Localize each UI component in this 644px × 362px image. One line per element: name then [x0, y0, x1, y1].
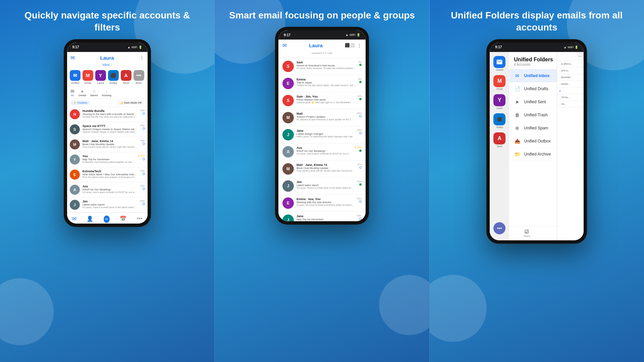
- nav-more[interactable]: •••: [137, 216, 143, 223]
- email-item[interactable]: E ExtremeTech How SSDs Work / Was Our In…: [67, 167, 148, 182]
- email-list-1: H Humble Bundle Journey to the stars wit…: [67, 107, 148, 213]
- filter-all[interactable]: ✉ All: [70, 88, 74, 97]
- phone-frame-1: 9:17 ▲WiFi🔋 ✉ Laura ⋮ Inbox ↓ ✉ Unified: [64, 39, 151, 227]
- panel-3: Unified Folders display emails from all …: [429, 0, 644, 362]
- avatar: A: [70, 185, 80, 195]
- phone-screen-2: 9:17 ▲WiFi🔋 ✉ Laura ⬛⬜ ⋮ Updated 9:17 AM: [278, 30, 366, 221]
- panel2-heading: Smart email focusing on people & groups: [216, 0, 428, 27]
- avatar: A: [282, 146, 294, 158]
- time-1: 9:17: [72, 45, 79, 49]
- avatar: M: [282, 112, 294, 123]
- nav-tasks[interactable]: ☑ Tasks: [524, 229, 530, 238]
- spam-icon: ⊗: [514, 125, 521, 131]
- nav-calendar[interactable]: 📅: [120, 216, 126, 223]
- phone-frame-3: 9:17 ▲WiFi🔋 Unified M: [486, 39, 587, 244]
- time-2: 9:17: [284, 33, 290, 37]
- nav-mail[interactable]: ✉: [72, 216, 76, 223]
- p3-right-panel: 5m ...w afterno... ...and to... ...BlueM…: [557, 52, 584, 240]
- screen-title-1: Laura: [75, 55, 140, 61]
- toggle-icon[interactable]: ⬛⬜: [345, 43, 355, 48]
- p2-title: Laura: [287, 43, 345, 48]
- email-item[interactable]: H Humble Bundle Journey to the stars wit…: [67, 107, 148, 122]
- avatar: H: [70, 109, 80, 119]
- acct-gmail-p3[interactable]: M Gmail: [493, 74, 506, 92]
- archive-icon: 📁: [514, 152, 521, 157]
- special-row-1: ⚡ Clusters 🌙 Dark Mode Off: [67, 99, 148, 107]
- acct-work[interactable]: A Work: [121, 70, 131, 84]
- p2-email-item[interactable]: J Jim Latest sales report Hi Laura, Ther…: [278, 178, 366, 195]
- account-icons-row-1: ✉ Unified M Gmail Y Laura ⬛ Hobby A Wo: [67, 68, 148, 86]
- p2-email-list: S Sam Dinner at Grandma's new house Hi L…: [278, 58, 366, 221]
- sent-icon: ➤: [514, 99, 521, 105]
- bottom-nav-1: ✉ 👤 ✏ 📅 •••: [67, 213, 148, 224]
- filter-incoming[interactable]: ↓ Incoming: [102, 88, 111, 97]
- acct-laura-p3[interactable]: Y Laura: [493, 93, 506, 111]
- p2-email-item[interactable]: S Sam · Jim, You Press release next week…: [278, 92, 366, 109]
- acct-hobby-p3[interactable]: ⬛ Hobby: [493, 112, 506, 130]
- screen-header-1: ✉ Laura ⋮ Inbox ↓: [67, 52, 148, 68]
- email-item[interactable]: Y You Italy Trip for December Hi Besties…: [67, 152, 148, 167]
- avatar: E: [282, 197, 294, 209]
- acct-work-p3[interactable]: A Work: [493, 131, 506, 149]
- email-item[interactable]: M Matt · Jane, Emma +4 Book Club Monthly…: [67, 137, 148, 152]
- avatar: J: [282, 180, 294, 192]
- avatar: S: [282, 95, 294, 106]
- avatar: S: [70, 124, 80, 134]
- p2-header: ✉ Laura ⬛⬜ ⋮ Updated 9:17 AM: [278, 40, 366, 58]
- nav-contacts[interactable]: 👤: [87, 216, 93, 223]
- p2-email-item[interactable]: J Jane Latest design changes Hello Laura…: [278, 126, 366, 143]
- email-item[interactable]: S Space via IFTTT SpaceX Dragon Heads to…: [67, 122, 148, 137]
- p2-updated: Updated 9:17 AM: [282, 51, 362, 56]
- phone-frame-2: 9:17 ▲WiFi🔋 ✉ Laura ⬛⬜ ⋮ Updated 9:17 AM: [275, 27, 369, 225]
- time-3: 9:17: [495, 45, 502, 49]
- drafts-icon: 📄: [514, 86, 521, 92]
- status-bar-3: 9:17 ▲WiFi🔋: [490, 43, 584, 52]
- mail-icon-2: ✉: [282, 42, 287, 49]
- avatar: M: [70, 139, 80, 149]
- acct-hobby[interactable]: ⬛ Hobby: [108, 70, 119, 84]
- acct-laura[interactable]: Y Laura: [95, 70, 106, 84]
- avatar: J: [282, 129, 294, 140]
- p2-email-item[interactable]: M Matt Towson Project Updates Hi, Wanted…: [278, 109, 366, 126]
- acct-gmail[interactable]: M Gmail: [83, 70, 93, 84]
- darkmode-badge[interactable]: 🌙 Dark Mode Off: [117, 101, 144, 105]
- panel-1: Quickly navigate specific accounts & fil…: [0, 0, 214, 362]
- panel3-heading: Unified Folders display emails from all …: [430, 0, 644, 39]
- trash-icon: 🗑: [514, 112, 521, 118]
- mail-icon-1: ✉: [70, 55, 75, 61]
- acct-unified[interactable]: ✉ Unified: [70, 70, 80, 84]
- p2-email-item[interactable]: M Matt · Jane, Emma +4 Book Club Monthly…: [278, 161, 366, 178]
- filter-row-1: ✉ All ● Unread ☆ Starred ↓ Incoming: [67, 86, 148, 99]
- p2-email-item[interactable]: E Emma Trip to Japan Thanks for the tips…: [278, 75, 366, 92]
- menu-icon-2[interactable]: ⋮: [357, 43, 362, 48]
- inbox-icon: ✉: [514, 73, 521, 78]
- acct-unified-p3[interactable]: Unified: [493, 55, 506, 72]
- avatar: E: [70, 170, 80, 180]
- p2-email-item[interactable]: S Sam Dinner at Grandma's new house Hi L…: [278, 58, 366, 75]
- nav-compose[interactable]: ✏: [104, 216, 110, 223]
- avatar: S: [282, 61, 294, 72]
- inbox-badge-1[interactable]: Inbox ↓: [70, 63, 144, 66]
- avatar: E: [282, 78, 294, 89]
- status-bar-1: 9:17 ▲WiFi🔋: [67, 43, 148, 52]
- clusters-badge[interactable]: ⚡ Clusters: [70, 101, 90, 105]
- title-row-1: ✉ Laura ⋮: [70, 55, 144, 61]
- avatar: M: [282, 163, 294, 175]
- p2-email-item[interactable]: E Emma · Ava, You Meeting with the new d…: [278, 195, 366, 212]
- outbox-icon: 📤: [514, 138, 521, 144]
- status-bar-2: 9:17 ▲WiFi🔋: [278, 30, 366, 40]
- email-item[interactable]: A Ava RSVP for Our Wedding! Hi Laura, Ju…: [67, 182, 148, 197]
- p3-sidebar: Unified M Gmail Y Laura: [490, 52, 509, 240]
- avatar: Y: [70, 155, 80, 165]
- p2-email-item[interactable]: A Ava RSVP for Our Wedding!! Hi Laura, J…: [278, 143, 366, 161]
- p2-email-item[interactable]: J Jane Italy Trip for December Hi Bestie…: [278, 212, 366, 221]
- filter-starred[interactable]: ☆ Starred: [90, 88, 98, 97]
- acct-more[interactable]: ••• More: [133, 70, 144, 84]
- email-item[interactable]: J Jim Latest sales report Hi Laura, Ther…: [67, 197, 148, 213]
- menu-icon-1[interactable]: ⋮: [140, 55, 144, 60]
- user-avatar-p3[interactable]: •••: [493, 222, 505, 234]
- phone-screen-3: 9:17 ▲WiFi🔋 Unified M: [490, 43, 584, 240]
- avatar: J: [282, 215, 294, 221]
- filter-unread[interactable]: ● Unread: [78, 88, 86, 97]
- status-icons-1: ▲WiFi🔋: [127, 46, 142, 49]
